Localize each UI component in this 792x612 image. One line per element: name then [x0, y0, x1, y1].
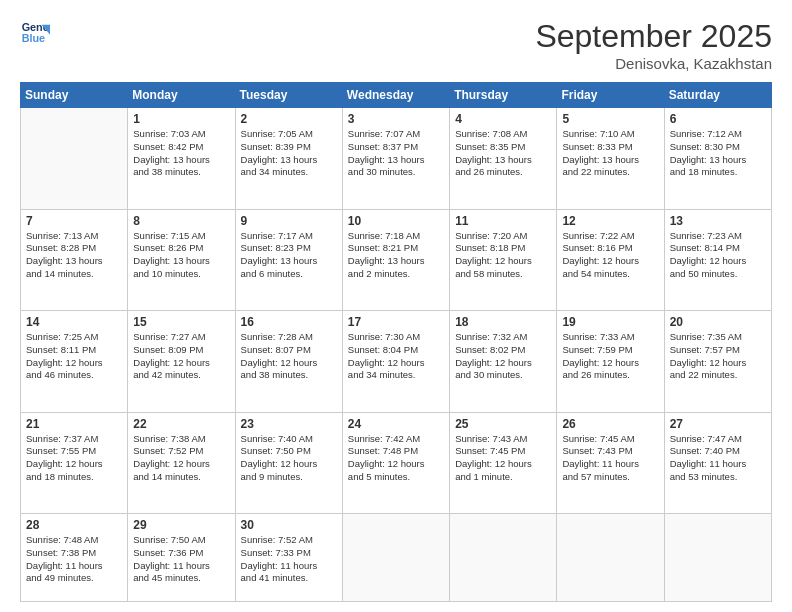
weekday-header-friday: Friday	[557, 83, 664, 108]
day-number: 26	[562, 417, 658, 431]
calendar-cell: 22Sunrise: 7:38 AM Sunset: 7:52 PM Dayli…	[128, 412, 235, 514]
weekday-header-tuesday: Tuesday	[235, 83, 342, 108]
day-number: 10	[348, 214, 444, 228]
page-header: General Blue September 2025 Denisovka, K…	[20, 18, 772, 72]
day-number: 6	[670, 112, 766, 126]
calendar-cell: 27Sunrise: 7:47 AM Sunset: 7:40 PM Dayli…	[664, 412, 771, 514]
day-number: 29	[133, 518, 229, 532]
day-number: 15	[133, 315, 229, 329]
day-info: Sunrise: 7:47 AM Sunset: 7:40 PM Dayligh…	[670, 433, 766, 484]
calendar-cell: 28Sunrise: 7:48 AM Sunset: 7:38 PM Dayli…	[21, 514, 128, 602]
calendar-cell: 6Sunrise: 7:12 AM Sunset: 8:30 PM Daylig…	[664, 108, 771, 210]
day-info: Sunrise: 7:22 AM Sunset: 8:16 PM Dayligh…	[562, 230, 658, 281]
calendar-cell	[557, 514, 664, 602]
day-info: Sunrise: 7:13 AM Sunset: 8:28 PM Dayligh…	[26, 230, 122, 281]
day-number: 30	[241, 518, 337, 532]
day-number: 4	[455, 112, 551, 126]
calendar-cell: 11Sunrise: 7:20 AM Sunset: 8:18 PM Dayli…	[450, 209, 557, 311]
day-info: Sunrise: 7:33 AM Sunset: 7:59 PM Dayligh…	[562, 331, 658, 382]
day-info: Sunrise: 7:25 AM Sunset: 8:11 PM Dayligh…	[26, 331, 122, 382]
day-number: 19	[562, 315, 658, 329]
day-info: Sunrise: 7:35 AM Sunset: 7:57 PM Dayligh…	[670, 331, 766, 382]
calendar-cell: 24Sunrise: 7:42 AM Sunset: 7:48 PM Dayli…	[342, 412, 449, 514]
weekday-header-monday: Monday	[128, 83, 235, 108]
calendar-cell: 20Sunrise: 7:35 AM Sunset: 7:57 PM Dayli…	[664, 311, 771, 413]
day-info: Sunrise: 7:05 AM Sunset: 8:39 PM Dayligh…	[241, 128, 337, 179]
calendar-cell	[450, 514, 557, 602]
day-number: 13	[670, 214, 766, 228]
day-info: Sunrise: 7:20 AM Sunset: 8:18 PM Dayligh…	[455, 230, 551, 281]
calendar-cell: 8Sunrise: 7:15 AM Sunset: 8:26 PM Daylig…	[128, 209, 235, 311]
day-number: 20	[670, 315, 766, 329]
location-subtitle: Denisovka, Kazakhstan	[535, 55, 772, 72]
calendar-cell	[342, 514, 449, 602]
calendar-cell	[21, 108, 128, 210]
day-number: 14	[26, 315, 122, 329]
calendar-cell: 23Sunrise: 7:40 AM Sunset: 7:50 PM Dayli…	[235, 412, 342, 514]
day-info: Sunrise: 7:23 AM Sunset: 8:14 PM Dayligh…	[670, 230, 766, 281]
calendar-cell: 19Sunrise: 7:33 AM Sunset: 7:59 PM Dayli…	[557, 311, 664, 413]
calendar-cell: 4Sunrise: 7:08 AM Sunset: 8:35 PM Daylig…	[450, 108, 557, 210]
title-block: September 2025 Denisovka, Kazakhstan	[535, 18, 772, 72]
calendar-cell: 26Sunrise: 7:45 AM Sunset: 7:43 PM Dayli…	[557, 412, 664, 514]
day-number: 7	[26, 214, 122, 228]
logo-icon: General Blue	[20, 18, 50, 48]
day-info: Sunrise: 7:48 AM Sunset: 7:38 PM Dayligh…	[26, 534, 122, 585]
calendar-cell: 3Sunrise: 7:07 AM Sunset: 8:37 PM Daylig…	[342, 108, 449, 210]
calendar-cell: 9Sunrise: 7:17 AM Sunset: 8:23 PM Daylig…	[235, 209, 342, 311]
weekday-header-wednesday: Wednesday	[342, 83, 449, 108]
logo: General Blue	[20, 18, 50, 48]
calendar-cell: 14Sunrise: 7:25 AM Sunset: 8:11 PM Dayli…	[21, 311, 128, 413]
day-info: Sunrise: 7:15 AM Sunset: 8:26 PM Dayligh…	[133, 230, 229, 281]
calendar-cell: 18Sunrise: 7:32 AM Sunset: 8:02 PM Dayli…	[450, 311, 557, 413]
calendar-cell: 25Sunrise: 7:43 AM Sunset: 7:45 PM Dayli…	[450, 412, 557, 514]
day-info: Sunrise: 7:32 AM Sunset: 8:02 PM Dayligh…	[455, 331, 551, 382]
svg-text:Blue: Blue	[22, 32, 45, 44]
day-info: Sunrise: 7:03 AM Sunset: 8:42 PM Dayligh…	[133, 128, 229, 179]
day-info: Sunrise: 7:45 AM Sunset: 7:43 PM Dayligh…	[562, 433, 658, 484]
calendar-cell: 29Sunrise: 7:50 AM Sunset: 7:36 PM Dayli…	[128, 514, 235, 602]
calendar-cell: 15Sunrise: 7:27 AM Sunset: 8:09 PM Dayli…	[128, 311, 235, 413]
day-number: 3	[348, 112, 444, 126]
day-number: 27	[670, 417, 766, 431]
calendar-cell: 7Sunrise: 7:13 AM Sunset: 8:28 PM Daylig…	[21, 209, 128, 311]
day-number: 16	[241, 315, 337, 329]
day-info: Sunrise: 7:38 AM Sunset: 7:52 PM Dayligh…	[133, 433, 229, 484]
day-info: Sunrise: 7:27 AM Sunset: 8:09 PM Dayligh…	[133, 331, 229, 382]
calendar-cell: 16Sunrise: 7:28 AM Sunset: 8:07 PM Dayli…	[235, 311, 342, 413]
day-number: 18	[455, 315, 551, 329]
day-number: 1	[133, 112, 229, 126]
weekday-header-saturday: Saturday	[664, 83, 771, 108]
weekday-header-thursday: Thursday	[450, 83, 557, 108]
calendar-cell: 10Sunrise: 7:18 AM Sunset: 8:21 PM Dayli…	[342, 209, 449, 311]
day-number: 8	[133, 214, 229, 228]
calendar-cell: 17Sunrise: 7:30 AM Sunset: 8:04 PM Dayli…	[342, 311, 449, 413]
day-info: Sunrise: 7:43 AM Sunset: 7:45 PM Dayligh…	[455, 433, 551, 484]
day-number: 12	[562, 214, 658, 228]
day-info: Sunrise: 7:42 AM Sunset: 7:48 PM Dayligh…	[348, 433, 444, 484]
day-number: 5	[562, 112, 658, 126]
calendar-cell: 2Sunrise: 7:05 AM Sunset: 8:39 PM Daylig…	[235, 108, 342, 210]
calendar-cell: 21Sunrise: 7:37 AM Sunset: 7:55 PM Dayli…	[21, 412, 128, 514]
day-number: 9	[241, 214, 337, 228]
day-number: 11	[455, 214, 551, 228]
calendar-cell: 5Sunrise: 7:10 AM Sunset: 8:33 PM Daylig…	[557, 108, 664, 210]
day-info: Sunrise: 7:50 AM Sunset: 7:36 PM Dayligh…	[133, 534, 229, 585]
day-info: Sunrise: 7:10 AM Sunset: 8:33 PM Dayligh…	[562, 128, 658, 179]
day-info: Sunrise: 7:30 AM Sunset: 8:04 PM Dayligh…	[348, 331, 444, 382]
day-info: Sunrise: 7:37 AM Sunset: 7:55 PM Dayligh…	[26, 433, 122, 484]
month-title: September 2025	[535, 18, 772, 55]
day-info: Sunrise: 7:07 AM Sunset: 8:37 PM Dayligh…	[348, 128, 444, 179]
calendar-cell	[664, 514, 771, 602]
day-info: Sunrise: 7:08 AM Sunset: 8:35 PM Dayligh…	[455, 128, 551, 179]
day-number: 2	[241, 112, 337, 126]
day-info: Sunrise: 7:12 AM Sunset: 8:30 PM Dayligh…	[670, 128, 766, 179]
day-info: Sunrise: 7:18 AM Sunset: 8:21 PM Dayligh…	[348, 230, 444, 281]
calendar-cell: 1Sunrise: 7:03 AM Sunset: 8:42 PM Daylig…	[128, 108, 235, 210]
day-info: Sunrise: 7:28 AM Sunset: 8:07 PM Dayligh…	[241, 331, 337, 382]
calendar-cell: 13Sunrise: 7:23 AM Sunset: 8:14 PM Dayli…	[664, 209, 771, 311]
calendar-cell: 30Sunrise: 7:52 AM Sunset: 7:33 PM Dayli…	[235, 514, 342, 602]
day-info: Sunrise: 7:40 AM Sunset: 7:50 PM Dayligh…	[241, 433, 337, 484]
day-number: 21	[26, 417, 122, 431]
day-info: Sunrise: 7:17 AM Sunset: 8:23 PM Dayligh…	[241, 230, 337, 281]
